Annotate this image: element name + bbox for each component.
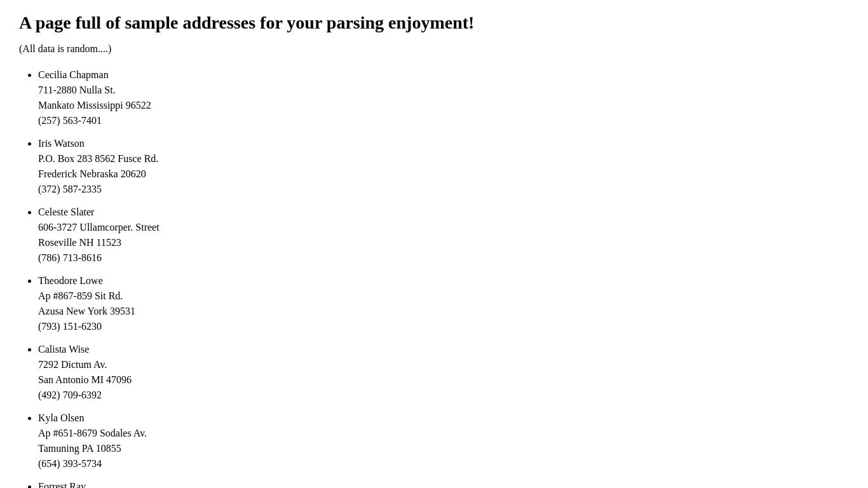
person-name: Cecilia Chapman — [38, 67, 849, 83]
person-name: Iris Watson — [38, 136, 849, 151]
list-item: Theodore LoweAp #867-859 Sit Rd.Azusa Ne… — [38, 273, 849, 334]
city-state-zip: Tamuning PA 10855 — [38, 441, 849, 456]
street-address: 606-3727 Ullamcorper. Street — [38, 220, 849, 235]
phone-number: (372) 587-2335 — [38, 182, 849, 197]
street-address: Ap #867-859 Sit Rd. — [38, 288, 849, 304]
person-name: Celeste Slater — [38, 205, 849, 220]
address-list: Cecilia Chapman711-2880 Nulla St.Mankato… — [19, 67, 849, 488]
list-item: Iris WatsonP.O. Box 283 8562 Fusce Rd.Fr… — [38, 136, 849, 197]
street-address: Ap #651-8679 Sodales Av. — [38, 426, 849, 441]
phone-number: (654) 393-5734 — [38, 456, 849, 471]
phone-number: (786) 713-8616 — [38, 250, 849, 266]
person-name: Theodore Lowe — [38, 273, 849, 288]
person-name: Calista Wise — [38, 342, 849, 357]
list-item: Cecilia Chapman711-2880 Nulla St.Mankato… — [38, 67, 849, 128]
list-item: Forrest Ray191-103 Integer Rd.Corona New… — [38, 479, 849, 488]
phone-number: (793) 151-6230 — [38, 319, 849, 334]
list-item: Kyla OlsenAp #651-8679 Sodales Av.Tamuni… — [38, 410, 849, 471]
city-state-zip: San Antonio MI 47096 — [38, 372, 849, 388]
subtitle: (All data is random....) — [19, 43, 849, 55]
street-address: 7292 Dictum Av. — [38, 357, 849, 372]
person-name: Forrest Ray — [38, 479, 849, 488]
city-state-zip: Azusa New York 39531 — [38, 304, 849, 319]
list-item: Celeste Slater606-3727 Ullamcorper. Stre… — [38, 205, 849, 266]
page-title: A page full of sample addresses for your… — [19, 13, 849, 33]
phone-number: (492) 709-6392 — [38, 388, 849, 403]
list-item: Calista Wise7292 Dictum Av.San Antonio M… — [38, 342, 849, 403]
street-address: P.O. Box 283 8562 Fusce Rd. — [38, 151, 849, 166]
phone-number: (257) 563-7401 — [38, 113, 849, 128]
city-state-zip: Mankato Mississippi 96522 — [38, 98, 849, 113]
city-state-zip: Frederick Nebraska 20620 — [38, 166, 849, 182]
person-name: Kyla Olsen — [38, 410, 849, 426]
street-address: 711-2880 Nulla St. — [38, 83, 849, 98]
city-state-zip: Roseville NH 11523 — [38, 235, 849, 250]
